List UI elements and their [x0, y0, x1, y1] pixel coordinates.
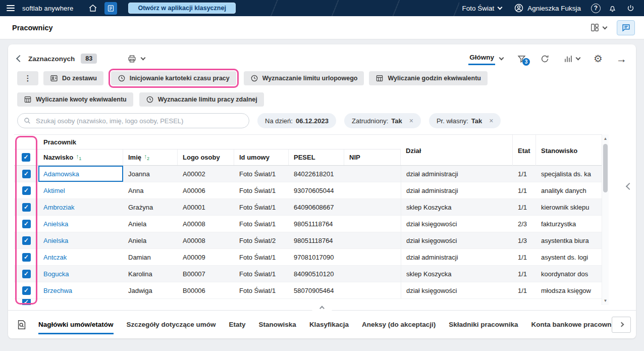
- table-row[interactable]: ✓AmbroziakGrażynaA00001Foto Świat/164090…: [14, 199, 602, 216]
- open-panel-arrow-button[interactable]: →: [616, 54, 627, 64]
- column-header-etat[interactable]: Etat: [513, 135, 536, 166]
- cell-nazwisko[interactable]: Bogucka: [38, 266, 123, 282]
- tabs-scroll-right-button[interactable]: [612, 317, 631, 333]
- settings-button[interactable]: ⚙: [594, 54, 603, 64]
- cell-nazwisko[interactable]: Aktimel: [38, 182, 123, 198]
- cell-pesel: 84090510120: [289, 266, 344, 282]
- cell-nazwisko[interactable]: Adamowska: [38, 166, 123, 182]
- printer-icon: [127, 54, 137, 64]
- column-header-nip[interactable]: NIP: [344, 149, 401, 165]
- table-row[interactable]: ✓BrzechwaJadwigaB00006Foto Świat/1580709…: [14, 282, 602, 299]
- print-button[interactable]: [127, 54, 145, 64]
- documents-icon[interactable]: [104, 2, 117, 15]
- scroll-up-icon[interactable]: ▲: [604, 134, 608, 143]
- search-details-icon[interactable]: [15, 318, 28, 331]
- column-header-nazwisko[interactable]: Nazwisko ↑1: [38, 149, 123, 165]
- row-checkbox[interactable]: ✓: [14, 232, 38, 248]
- cell-nazwisko[interactable]: Antczak: [38, 249, 123, 265]
- remove-filter-icon[interactable]: ×: [489, 117, 493, 125]
- bottom-tab-1[interactable]: Nagłówki umów/etatów: [38, 315, 114, 334]
- action-do-zestawu-button[interactable]: Do zestawu: [43, 71, 103, 85]
- bottom-tab-4[interactable]: Stanowiska: [259, 315, 296, 334]
- column-header-id-umowy[interactable]: Id umowy: [234, 149, 289, 165]
- row-checkbox[interactable]: ✓: [14, 199, 38, 215]
- cell-stanowisko: młodsza księgow: [536, 282, 602, 298]
- help-icon[interactable]: ?: [591, 4, 601, 13]
- cell-nip: [344, 199, 401, 215]
- cell-nazwisko[interactable]: Anielska: [38, 216, 123, 232]
- table-row[interactable]: ✓AdamowskaJoannaA00002Foto Świat/1840226…: [14, 166, 602, 182]
- user-menu[interactable]: Agnieszka Fuksja: [514, 3, 581, 13]
- title-actions: [590, 20, 635, 35]
- select-all-checkbox[interactable]: ✓: [14, 149, 38, 165]
- cell-nazwisko[interactable]: Ambroziak: [38, 199, 123, 215]
- hamburger-menu-icon[interactable]: [4, 3, 17, 14]
- table-row[interactable]: ✓BoguckaKarolinaB00007Foto Świat/1840905…: [14, 266, 602, 282]
- column-header-stanowisko[interactable]: Stanowisko: [536, 135, 602, 166]
- action-godziny-ekwiwalentu-button[interactable]: Wyliczanie godzin ekwiwalentu: [369, 71, 488, 85]
- bottom-tab-5[interactable]: Klasyfikacja: [309, 315, 349, 334]
- remove-filter-icon[interactable]: ×: [409, 117, 413, 125]
- cell-nazwisko[interactable]: Brzechwa: [38, 282, 123, 298]
- filter-chip-pr-wlasny[interactable]: Pr. własny: Tak ×: [429, 113, 501, 128]
- table-row[interactable]: ✓AntczakDamianA00009Foto Świat/197081017…: [14, 249, 602, 266]
- chart-view-button[interactable]: [563, 54, 580, 64]
- scroll-down-icon[interactable]: ▼: [604, 296, 608, 305]
- filter-chip-date[interactable]: Na dzień: 06.12.2023: [257, 113, 336, 128]
- scrollbar-thumb[interactable]: [603, 144, 608, 192]
- checkbox-checked-icon: ✓: [22, 220, 31, 228]
- chip-label: Na dzień:: [265, 117, 293, 125]
- table-row[interactable]: ✓AnielskaAnielaA00008Foto Świat/29805111…: [14, 232, 602, 249]
- column-label: Logo osoby: [183, 154, 220, 161]
- row-checkbox[interactable]: ✓: [14, 282, 38, 298]
- cell-id_umowy: Foto Świat/1: [234, 199, 289, 215]
- action-inicjowanie-kartoteki-button[interactable]: Inicjowanie kartoteki czasu pracy: [111, 71, 236, 85]
- bottom-tab-6[interactable]: Aneksy (do akceptacji): [362, 315, 436, 334]
- open-classic-app-button[interactable]: Otwórz w aplikacji klasycznej: [128, 3, 235, 14]
- bottom-tab-7[interactable]: Składniki pracownika: [449, 315, 518, 334]
- column-header-logo-osoby[interactable]: Logo osoby: [178, 149, 234, 165]
- action-limit-urlopowy-button[interactable]: Wyznaczanie limitu urlopowego: [244, 71, 364, 85]
- view-selector[interactable]: Główny: [468, 53, 503, 65]
- scrollbar-track[interactable]: [602, 143, 609, 296]
- detail-tabs: Nagłówki umów/etatówSzczegóły dotyczące …: [38, 315, 629, 334]
- bottom-tab-2[interactable]: Szczegóły dotyczące umów: [127, 315, 216, 334]
- table-grid-icon: [375, 74, 384, 82]
- bottom-tab-3[interactable]: Etaty: [229, 315, 246, 334]
- filter-chip-zatrudniony[interactable]: Zatrudniony: Tak ×: [344, 113, 421, 128]
- cell-stanowisko: specjalista ds. ka: [536, 166, 602, 182]
- side-panel-expander[interactable]: [627, 182, 632, 191]
- checkbox-checked-icon: ✓: [22, 299, 31, 305]
- row-checkbox[interactable]: ✓: [14, 182, 38, 198]
- row-checkbox[interactable]: ✓: [14, 249, 38, 265]
- column-header-imie[interactable]: Imię ↑2: [123, 149, 178, 165]
- cell-id_umowy: Foto Świat/1: [234, 249, 289, 265]
- refresh-button[interactable]: [540, 54, 550, 64]
- table-row[interactable]: ✓AnielskaAnielaA00008Foto Świat/19805111…: [14, 216, 602, 232]
- action-limit-pracy-zdalnej-button[interactable]: Wyznaczanie limitu pracy zdalnej: [139, 92, 264, 107]
- filter-button[interactable]: 3: [517, 54, 526, 64]
- chat-button[interactable]: [617, 20, 635, 35]
- power-logout-icon[interactable]: [624, 2, 637, 15]
- cell-logo: A00006: [178, 182, 234, 198]
- cell-nazwisko[interactable]: Anielska: [38, 232, 123, 248]
- action-kwota-ekwiwalentu-button[interactable]: Wyliczanie kwoty ekwiwalentu: [17, 92, 133, 107]
- search-input[interactable]: [17, 113, 249, 128]
- row-checkbox[interactable]: ✓: [14, 166, 38, 182]
- notifications-bell-icon[interactable]: [606, 2, 619, 15]
- bottom-tab-8[interactable]: Konta bankowe pracowni: [531, 315, 614, 334]
- column-header-dzial[interactable]: Dział: [401, 135, 513, 166]
- column-header-pesel[interactable]: PESEL: [289, 149, 344, 165]
- more-actions-button[interactable]: ⋮: [17, 71, 38, 85]
- company-selector[interactable]: Foto Świat: [462, 5, 502, 12]
- actions-row-1: ⋮ Do zestawu Inicjowanie kartoteki czasu…: [14, 69, 630, 88]
- table-vertical-scrollbar[interactable]: ▲ ▼: [602, 134, 609, 305]
- back-chevron-button[interactable]: [17, 56, 22, 61]
- row-checkbox[interactable]: ✓: [14, 216, 38, 232]
- table-row[interactable]: ✓AktimelAnnaA00006Foto Świat/19307060504…: [14, 182, 602, 199]
- row-checkbox[interactable]: ✓: [14, 266, 38, 282]
- home-icon[interactable]: [86, 2, 99, 15]
- cell-id_umowy: Foto Świat/1: [234, 166, 289, 182]
- layout-switcher[interactable]: [590, 23, 607, 32]
- collapse-details-chevron[interactable]: [312, 305, 332, 313]
